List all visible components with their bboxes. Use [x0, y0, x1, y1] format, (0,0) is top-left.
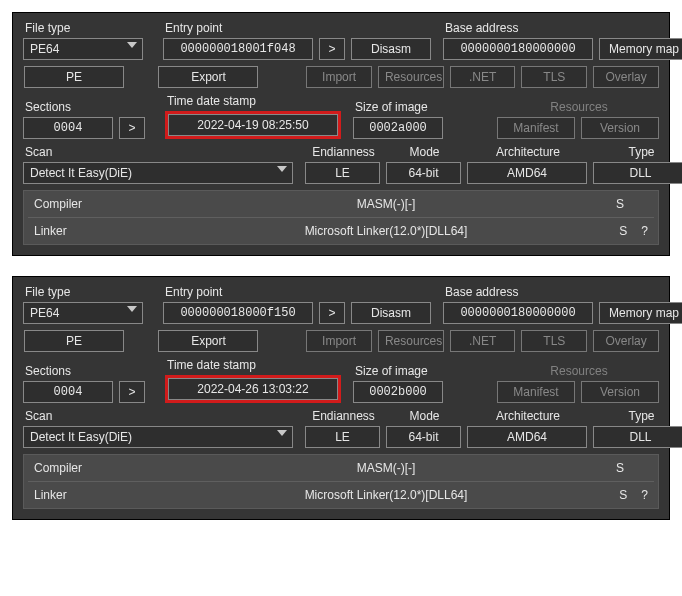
detection-value: Microsoft Linker(12.0*)[DLL64]: [184, 224, 588, 238]
size-of-image-label: Size of image: [353, 100, 443, 114]
disasm-button[interactable]: Disasm: [351, 38, 431, 60]
import-button[interactable]: Import: [306, 66, 372, 88]
sections-label: Sections: [23, 364, 145, 378]
overlay-button[interactable]: Overlay: [593, 330, 659, 352]
export-button[interactable]: Export: [158, 66, 258, 88]
detection-row: Linker Microsoft Linker(12.0*)[DLL64] S?: [24, 218, 658, 244]
time-date-stamp-value: 2022-04-26 13:03:22: [168, 378, 338, 400]
tls-button[interactable]: TLS: [521, 330, 587, 352]
dotnet-button[interactable]: .NET: [450, 66, 516, 88]
sections-goto-button[interactable]: >: [119, 381, 145, 403]
file-type-label: File type: [23, 21, 143, 35]
sections-value: 0004: [23, 117, 113, 139]
scan-select[interactable]: Detect It Easy(DiE): [23, 426, 293, 448]
type-label: Type: [593, 409, 682, 423]
detection-kind: Linker: [34, 488, 184, 502]
size-of-image-value: 0002b000: [353, 381, 443, 403]
endianness-value: LE: [305, 426, 380, 448]
endianness-label: Endianness: [305, 145, 380, 159]
scan-select[interactable]: Detect It Easy(DiE): [23, 162, 293, 184]
flag-s[interactable]: S: [616, 461, 624, 475]
size-of-image-label: Size of image: [353, 364, 443, 378]
mode-value: 64-bit: [386, 426, 461, 448]
type-value: DLL: [593, 426, 682, 448]
manifest-button[interactable]: Manifest: [497, 381, 575, 403]
base-address-value: 0000000180000000: [443, 302, 593, 324]
memory-map-button[interactable]: Memory map: [599, 38, 682, 60]
base-address-value: 0000000180000000: [443, 38, 593, 60]
file-type-select[interactable]: PE64: [23, 302, 143, 324]
detection-row: Compiler MASM(-)[-] S: [24, 191, 658, 217]
mode-label: Mode: [386, 145, 461, 159]
resources-button[interactable]: Resources: [378, 330, 444, 352]
disasm-button[interactable]: Disasm: [351, 302, 431, 324]
file-type-select[interactable]: PE64: [23, 38, 143, 60]
detection-kind: Linker: [34, 224, 184, 238]
detection-kind: Compiler: [34, 461, 184, 475]
time-date-stamp-highlight: 2022-04-26 13:03:22: [165, 375, 341, 403]
mode-value: 64-bit: [386, 162, 461, 184]
file-type-label: File type: [23, 285, 143, 299]
resources-group-label: Resources: [548, 100, 607, 114]
endianness-value: LE: [305, 162, 380, 184]
manifest-button[interactable]: Manifest: [497, 117, 575, 139]
sections-label: Sections: [23, 100, 145, 114]
base-address-label: Base address: [443, 21, 682, 35]
detection-value: MASM(-)[-]: [184, 461, 588, 475]
entry-point-value: 000000018000f150: [163, 302, 313, 324]
time-date-stamp-label: Time date stamp: [165, 94, 341, 108]
time-date-stamp-highlight: 2022-04-19 08:25:50: [165, 111, 341, 139]
detection-row: Compiler MASM(-)[-] S: [24, 455, 658, 481]
flag-s[interactable]: S: [619, 224, 627, 238]
detection-kind: Compiler: [34, 197, 184, 211]
detection-info: Compiler MASM(-)[-] S Linker Microsoft L…: [23, 190, 659, 245]
sections-goto-button[interactable]: >: [119, 117, 145, 139]
detection-row: Linker Microsoft Linker(12.0*)[DLL64] S?: [24, 482, 658, 508]
entry-point-goto-button[interactable]: >: [319, 38, 345, 60]
detection-value: MASM(-)[-]: [184, 197, 588, 211]
pe-button[interactable]: PE: [24, 66, 124, 88]
entry-point-value: 000000018001f048: [163, 38, 313, 60]
flag-question[interactable]: ?: [641, 224, 648, 238]
type-value: DLL: [593, 162, 682, 184]
architecture-label: Architecture: [467, 409, 587, 423]
scan-label: Scan: [23, 409, 293, 423]
architecture-label: Architecture: [467, 145, 587, 159]
version-button[interactable]: Version: [581, 381, 659, 403]
scan-label: Scan: [23, 145, 293, 159]
size-of-image-value: 0002a000: [353, 117, 443, 139]
mode-label: Mode: [386, 409, 461, 423]
entry-point-label: Entry point: [163, 21, 431, 35]
time-date-stamp-value: 2022-04-19 08:25:50: [168, 114, 338, 136]
flag-s[interactable]: S: [616, 197, 624, 211]
overlay-button[interactable]: Overlay: [593, 66, 659, 88]
export-button[interactable]: Export: [158, 330, 258, 352]
dotnet-button[interactable]: .NET: [450, 330, 516, 352]
version-button[interactable]: Version: [581, 117, 659, 139]
time-date-stamp-label: Time date stamp: [165, 358, 341, 372]
detection-value: Microsoft Linker(12.0*)[DLL64]: [184, 488, 588, 502]
resources-button[interactable]: Resources: [378, 66, 444, 88]
entry-point-label: Entry point: [163, 285, 431, 299]
endianness-label: Endianness: [305, 409, 380, 423]
memory-map-button[interactable]: Memory map: [599, 302, 682, 324]
type-label: Type: [593, 145, 682, 159]
architecture-value: AMD64: [467, 162, 587, 184]
pe-info-panel: File type PE64 Entry point 000000018001f…: [12, 12, 670, 256]
pe-button[interactable]: PE: [24, 330, 124, 352]
architecture-value: AMD64: [467, 426, 587, 448]
flag-question[interactable]: ?: [641, 488, 648, 502]
detection-info: Compiler MASM(-)[-] S Linker Microsoft L…: [23, 454, 659, 509]
resources-group-label: Resources: [548, 364, 607, 378]
import-button[interactable]: Import: [306, 330, 372, 352]
base-address-label: Base address: [443, 285, 682, 299]
entry-point-goto-button[interactable]: >: [319, 302, 345, 324]
pe-info-panel: File type PE64 Entry point 000000018000f…: [12, 276, 670, 520]
flag-s[interactable]: S: [619, 488, 627, 502]
sections-value: 0004: [23, 381, 113, 403]
tls-button[interactable]: TLS: [521, 66, 587, 88]
